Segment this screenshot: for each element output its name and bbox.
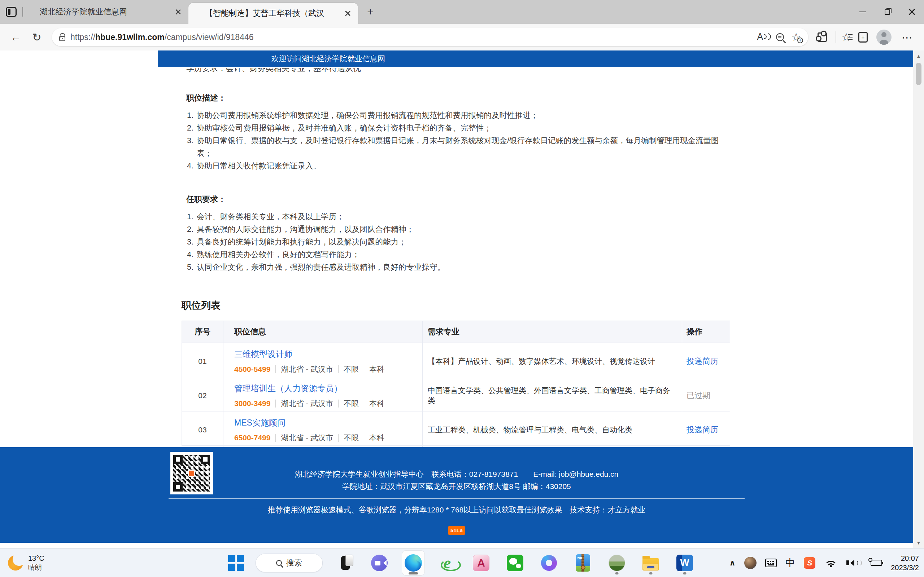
minimize-button[interactable] [850, 0, 875, 24]
tab-actions-menu-button[interactable] [0, 3, 23, 21]
tab-job-detail-active[interactable]: 【智能制造】艾普工华科技（武汉 [188, 3, 358, 24]
start-button[interactable] [228, 555, 244, 571]
vertical-scrollbar[interactable]: ▲ ▼ [913, 50, 924, 548]
volume-icon[interactable] [846, 559, 862, 567]
read-aloud-button[interactable]: A [757, 32, 771, 43]
job-experience: 不限 [338, 365, 364, 373]
clock-date: 2023/3/2 [891, 563, 919, 572]
add-favorite-button[interactable]: ☆+ [791, 32, 801, 43]
taskbar-app-word[interactable]: W [674, 551, 696, 575]
address-bar[interactable]: https://hbue.91wllm.com/campus/view/id/9… [52, 28, 808, 46]
footer-divider [168, 498, 745, 499]
taskbar-app-phone-link[interactable] [334, 551, 357, 575]
favorites-button[interactable]: ☆ [842, 32, 853, 43]
new-tab-button[interactable]: + [362, 3, 379, 21]
url-scheme: https:// [70, 32, 95, 42]
table-row: 03 MES实施顾问 6500-7499 湖北省 - 武汉市 不限 本科 工业工… [182, 411, 730, 445]
list-item: 5.认同企业文化，亲和力强，强烈的责任感及进取精神，良好的专业操守。 [181, 261, 730, 274]
profile-avatar[interactable] [876, 29, 892, 45]
list-item: 4.熟练使用相关办公软件，良好的文档写作能力； [181, 248, 730, 261]
tray-avatar-icon[interactable] [744, 557, 756, 569]
word-icon: W [677, 554, 693, 571]
tab-hbue-jobs[interactable]: 湖北经济学院就业信息网 [23, 0, 188, 24]
scroll-up-arrow[interactable]: ▲ [913, 50, 924, 61]
scrollbar-thumb[interactable] [916, 63, 921, 85]
list-item: 3.协助日常银行、票据的收与支，及时登记银行存款和票据日记账，月末与财务系统核对… [181, 134, 730, 160]
tab-close-icon[interactable] [173, 6, 183, 17]
touch-keyboard-icon[interactable] [765, 559, 777, 567]
taskbar-app-edge-active[interactable] [402, 551, 425, 575]
job-experience: 不限 [338, 434, 364, 442]
tab-title: 【智能制造】艾普工华科技（武汉 [205, 8, 342, 19]
salary-range: 6500-7499 [234, 434, 275, 442]
footer-line-contact: 湖北经济学院大学生就业创业指导中心 联系电话：027-81973871 E-ma… [0, 468, 913, 480]
taskbar-clock[interactable]: 20:07 2023/3/2 [891, 554, 919, 572]
column-header: 操作 [682, 321, 730, 343]
ime-chinese-icon[interactable]: 中 [785, 556, 795, 569]
taskbar-app-photos[interactable] [606, 551, 628, 575]
taskbar-app-file-explorer[interactable] [640, 551, 662, 575]
refresh-button[interactable]: ↻ [27, 28, 46, 47]
sogou-input-icon[interactable]: S [804, 557, 815, 569]
weather-temperature: 13°C [28, 554, 44, 563]
scroll-down-arrow[interactable]: ▼ [913, 537, 924, 548]
salary-range: 3000-3499 [234, 399, 275, 408]
running-app-dot [649, 572, 653, 574]
access-icon: A [473, 554, 489, 571]
restore-button[interactable] [875, 0, 900, 24]
job-info-cell: MES实施顾问 6500-7499 湖北省 - 武汉市 不限 本科 [223, 411, 422, 448]
taskbar-app-loop[interactable] [538, 551, 560, 575]
row-number: 01 [182, 343, 223, 379]
taskbar-app-green-e-browser[interactable]: e [436, 551, 459, 575]
url-path: /campus/view/id/918446 [165, 32, 254, 42]
row-number: 03 [182, 411, 223, 448]
zip-label: ZIP [577, 556, 582, 560]
running-app-dot [683, 572, 687, 574]
wifi-icon[interactable] [824, 558, 838, 568]
qr-logo [188, 469, 195, 477]
tab-close-icon[interactable] [342, 8, 353, 19]
weather-text: 13°C 晴朗 [28, 554, 44, 572]
taskbar-app-chat[interactable] [368, 551, 391, 575]
required-majors: 工业工程类、机械类、物流管理与工程类、电气类、自动化类 [422, 411, 682, 448]
job-title-link[interactable]: 管理培训生（人力资源专员） [234, 383, 342, 394]
weather-widget[interactable]: 13°C 晴朗 [8, 548, 44, 577]
job-location: 湖北省 - 武汉市 [275, 400, 338, 408]
system-tray: ∧ 中 S 20:07 2023/3/2 [729, 548, 919, 577]
taskbar-center: 搜索 e A ZIP W [228, 548, 696, 577]
column-header: 需求专业 [422, 321, 682, 343]
51la-badge[interactable]: 51La [448, 526, 465, 535]
browser-tabbar: 湖北经济学院就业信息网 【智能制造】艾普工华科技（武汉 + [0, 0, 924, 24]
tab-actions-icon [6, 7, 16, 17]
taskbar-app-wechat[interactable] [504, 551, 526, 575]
url-host: hbue.91wllm.com [95, 32, 165, 42]
lock-icon[interactable] [59, 36, 65, 41]
job-title-link[interactable]: 三维模型设计师 [234, 349, 292, 360]
battery-charging-icon[interactable] [871, 560, 882, 566]
settings-menu-button[interactable]: ⋯ [897, 31, 918, 44]
taskbar-app-zip-tool[interactable]: ZIP [572, 551, 594, 575]
collections-button[interactable]: + [858, 32, 868, 43]
qr-code [170, 452, 213, 495]
tab-title: 湖北经济学院就业信息网 [40, 6, 173, 17]
job-info-cell: 三维模型设计师 4500-5499 湖北省 - 武汉市 不限 本科 [223, 343, 422, 379]
close-button[interactable] [900, 0, 924, 24]
restore-icon [885, 10, 890, 15]
taskbar-app-access[interactable]: A [470, 551, 492, 575]
zoom-out-icon[interactable] [776, 33, 784, 41]
back-button[interactable]: ← [6, 28, 25, 47]
table-row: 01 三维模型设计师 4500-5499 湖北省 - 武汉市 不限 本科 【本科… [182, 343, 730, 377]
weather-condition: 晴朗 [28, 563, 44, 572]
apply-resume-link[interactable]: 投递简历 [687, 424, 718, 435]
url-text[interactable]: https://hbue.91wllm.com/campus/view/id/9… [70, 32, 254, 42]
tray-chevron-up-icon[interactable]: ∧ [729, 558, 736, 567]
column-header: 序号 [182, 321, 223, 343]
clock-time: 20:07 [891, 554, 919, 563]
required-majors: 【本科】产品设计、动画、数字媒体艺术、环境设计、视觉传达设计 [422, 343, 682, 379]
job-title-link[interactable]: MES实施顾问 [234, 417, 286, 429]
taskbar-search[interactable]: 搜索 [255, 554, 323, 572]
read-aloud-icon: A [757, 32, 763, 41]
apply-resume-link[interactable]: 投递简历 [687, 356, 718, 367]
extensions-icon[interactable] [817, 32, 827, 42]
footer-recommendation: 推荐使用浏览器极速模式、谷歌浏览器，分辨率1280 * 768以上访问以获取最佳… [0, 504, 913, 516]
